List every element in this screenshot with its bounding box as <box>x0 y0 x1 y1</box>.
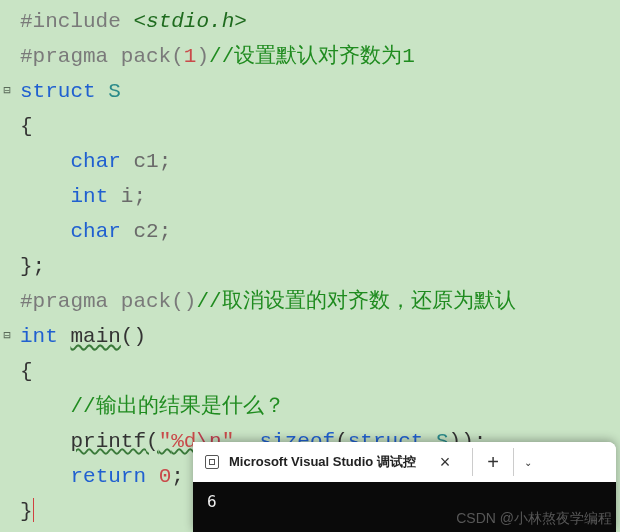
angle-close: > <box>234 10 247 33</box>
identifier: i; <box>108 185 146 208</box>
comment: //输出的结果是什么？ <box>70 395 284 418</box>
tab-title: Microsoft Visual Studio 调试控 <box>229 453 416 471</box>
type-keyword: int <box>70 185 108 208</box>
preproc-directive: #include <box>20 10 121 33</box>
preproc-directive: #pragma pack <box>20 290 171 313</box>
terminal-tab[interactable]: Microsoft Visual Studio 调试控 × <box>193 442 472 482</box>
code-line[interactable]: #pragma pack(1)//设置默认对齐数为1 <box>0 39 620 74</box>
terminal-icon <box>205 455 219 469</box>
close-icon[interactable]: × <box>426 452 461 473</box>
number-literal: 0 <box>159 465 172 488</box>
code-line[interactable]: char c2; <box>0 214 620 249</box>
brace-close: } <box>20 500 33 523</box>
type-keyword: char <box>70 150 120 173</box>
identifier: c2; <box>121 220 171 243</box>
printf-call: printf <box>70 430 146 453</box>
output-value: 6 <box>207 492 217 511</box>
code-line[interactable]: { <box>0 354 620 389</box>
angle-open: < <box>121 10 146 33</box>
parens: () <box>121 325 146 348</box>
paren: ) <box>196 45 209 68</box>
code-line[interactable]: ⊟int main() <box>0 319 620 354</box>
function-main: main <box>70 325 120 348</box>
fold-icon[interactable]: ⊟ <box>0 319 14 354</box>
paren: ( <box>171 45 184 68</box>
new-tab-button[interactable]: + <box>473 442 513 482</box>
comment: //设置默认对齐数为1 <box>209 45 415 68</box>
type-keyword: int <box>20 325 58 348</box>
parens: () <box>171 290 196 313</box>
code-line[interactable]: { <box>0 109 620 144</box>
number-literal: 1 <box>184 45 197 68</box>
type-keyword: char <box>70 220 120 243</box>
preproc-directive: #pragma pack <box>20 45 171 68</box>
fold-icon[interactable]: ⊟ <box>0 74 14 109</box>
brace-open: { <box>20 115 33 138</box>
brace-close: }; <box>20 255 45 278</box>
code-line[interactable]: char c1; <box>0 144 620 179</box>
code-line[interactable]: #pragma pack()//取消设置的对齐数，还原为默认 <box>0 284 620 319</box>
expand-button[interactable]: ⌄ <box>514 442 542 482</box>
identifier: c1; <box>121 150 171 173</box>
code-line[interactable]: ⊟struct S <box>0 74 620 109</box>
keyword-struct: struct <box>20 80 96 103</box>
return-keyword: return <box>70 465 146 488</box>
code-line[interactable]: }; <box>0 249 620 284</box>
text-cursor <box>33 498 34 522</box>
brace-open: { <box>20 360 33 383</box>
code-line[interactable]: int i; <box>0 179 620 214</box>
watermark: CSDN @小林熬夜学编程 <box>456 510 612 528</box>
code-line[interactable]: //输出的结果是什么？ <box>0 389 620 424</box>
paren: ( <box>146 430 159 453</box>
comment: //取消设置的对齐数，还原为默认 <box>196 290 515 313</box>
tab-bar: Microsoft Visual Studio 调试控 × + ⌄ <box>193 442 616 482</box>
code-line[interactable]: #include <stdio.h> <box>0 4 620 39</box>
include-lib: stdio.h <box>146 10 234 33</box>
struct-name: S <box>96 80 121 103</box>
